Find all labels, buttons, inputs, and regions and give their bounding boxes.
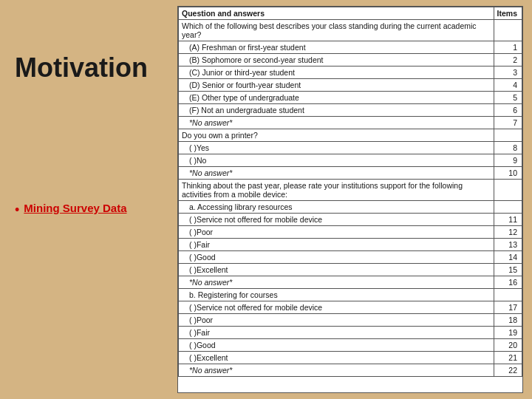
- table-row: *No answer*16: [179, 276, 522, 289]
- table-row: b. Registering for courses: [179, 289, 522, 301]
- table-cell-item: 1: [494, 41, 522, 54]
- table-row: ( )Good20: [179, 339, 522, 352]
- table-row: ( )Excellent15: [179, 264, 522, 276]
- table-row: *No answer*7: [179, 117, 522, 129]
- table-cell-question: (A) Freshman or first-year student: [179, 41, 494, 54]
- table-cell-item: 15: [494, 264, 522, 276]
- table-cell-item: 3: [494, 66, 522, 79]
- data-table-panel: Question and answers Items Which of the …: [177, 6, 523, 393]
- table-cell-question: (B) Sophomore or second-year student: [179, 54, 494, 66]
- table-cell-question: ( )Excellent: [179, 352, 494, 364]
- table-cell-question: ( )Fair: [179, 239, 494, 251]
- table-row: Which of the following best describes yo…: [179, 20, 522, 41]
- table-cell-item: 4: [494, 79, 522, 92]
- table-row: (F) Not an undergraduate student6: [179, 104, 522, 117]
- table-cell-question: ( )Service not offered for mobile device: [179, 214, 494, 226]
- table-row: ( )Good14: [179, 251, 522, 264]
- table-row: (C) Junior or third-year student3: [179, 66, 522, 79]
- survey-table: Question and answers Items Which of the …: [178, 7, 522, 377]
- table-cell-question: (E) Other type of undergraduate: [179, 92, 494, 104]
- table-cell-item: 22: [494, 364, 522, 377]
- table-cell-question: ( )Fair: [179, 327, 494, 339]
- table-cell-question: ( )Service not offered for mobile device: [179, 301, 494, 314]
- table-cell-question: ( )Good: [179, 339, 494, 352]
- table-row: ( )Excellent21: [179, 352, 522, 364]
- table-row: (E) Other type of undergraduate5: [179, 92, 522, 104]
- table-row: (D) Senior or fourth-year student4: [179, 79, 522, 92]
- table-cell-item: 6: [494, 104, 522, 117]
- table-cell-question: Which of the following best describes yo…: [179, 20, 494, 41]
- mining-survey-link[interactable]: Mining Survey Data: [24, 202, 126, 214]
- table-row: a. Accessing library resources: [179, 201, 522, 214]
- left-panel: Motivation • Mining Survey Data: [0, 0, 177, 399]
- table-cell-item: 20: [494, 339, 522, 352]
- table-row: ( )Yes8: [179, 142, 522, 154]
- table-cell-item: 7: [494, 117, 522, 129]
- table-row: (B) Sophomore or second-year student2: [179, 54, 522, 66]
- table-cell-item: 10: [494, 167, 522, 180]
- table-cell-question: Do you own a printer?: [179, 129, 494, 142]
- table-cell-question: ( )Poor: [179, 226, 494, 239]
- table-cell-question: (C) Junior or third-year student: [179, 66, 494, 79]
- table-cell-question: Thinking about the past year, please rat…: [179, 180, 494, 201]
- table-cell-question: ( )Excellent: [179, 264, 494, 276]
- table-cell-item: 19: [494, 327, 522, 339]
- table-cell-question: ( )Good: [179, 251, 494, 264]
- table-row: ( )Fair19: [179, 327, 522, 339]
- table-cell-item: 13: [494, 239, 522, 251]
- table-cell-item: 18: [494, 314, 522, 327]
- table-row: ( )Poor12: [179, 226, 522, 239]
- table-cell-item: 2: [494, 54, 522, 66]
- table-cell-item: 5: [494, 92, 522, 104]
- table-row: *No answer*10: [179, 167, 522, 180]
- page-title: Motivation: [15, 52, 163, 83]
- table-cell-question: (D) Senior or fourth-year student: [179, 79, 494, 92]
- table-cell-question: b. Registering for courses: [179, 289, 494, 301]
- table-row: ( )Fair13: [179, 239, 522, 251]
- table-cell-item: [494, 289, 522, 301]
- table-row: ( )Service not offered for mobile device…: [179, 214, 522, 226]
- table-row: (A) Freshman or first-year student1: [179, 41, 522, 54]
- table-cell-item: 11: [494, 214, 522, 226]
- table-cell-question: ( )No: [179, 154, 494, 167]
- bullet-item: • Mining Survey Data: [15, 202, 163, 218]
- table-row: *No answer*22: [179, 364, 522, 377]
- table-cell-question: ( )Poor: [179, 314, 494, 327]
- bullet-dot: •: [15, 202, 19, 218]
- table-cell-question: *No answer*: [179, 364, 494, 377]
- table-cell-item: 9: [494, 154, 522, 167]
- table-cell-item: [494, 129, 522, 142]
- col-header-question: Question and answers: [179, 7, 494, 20]
- table-cell-question: (F) Not an undergraduate student: [179, 104, 494, 117]
- table-cell-question: a. Accessing library resources: [179, 201, 494, 214]
- table-row: Do you own a printer?: [179, 129, 522, 142]
- table-row: ( )Poor18: [179, 314, 522, 327]
- table-cell-item: [494, 180, 522, 201]
- table-cell-item: 14: [494, 251, 522, 264]
- table-row: ( )Service not offered for mobile device…: [179, 301, 522, 314]
- table-row: ( )No9: [179, 154, 522, 167]
- table-cell-question: *No answer*: [179, 117, 494, 129]
- table-cell-item: [494, 20, 522, 41]
- table-cell-item: 16: [494, 276, 522, 289]
- table-cell-question: *No answer*: [179, 276, 494, 289]
- table-cell-item: 12: [494, 226, 522, 239]
- table-cell-item: 21: [494, 352, 522, 364]
- table-cell-item: 8: [494, 142, 522, 154]
- table-cell-item: [494, 201, 522, 214]
- table-cell-question: ( )Yes: [179, 142, 494, 154]
- table-row: Thinking about the past year, please rat…: [179, 180, 522, 201]
- col-header-items: Items: [494, 7, 522, 20]
- table-cell-question: *No answer*: [179, 167, 494, 180]
- table-cell-item: 17: [494, 301, 522, 314]
